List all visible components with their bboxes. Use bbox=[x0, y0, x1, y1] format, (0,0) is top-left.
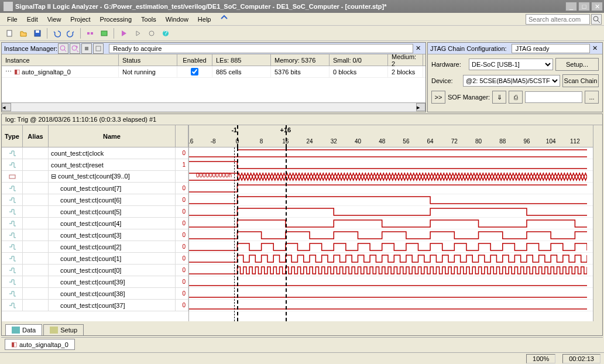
menu-view[interactable]: View bbox=[43, 15, 66, 24]
signal-type-icon bbox=[2, 253, 23, 264]
run-icon[interactable] bbox=[117, 27, 130, 40]
wave-trace bbox=[189, 206, 593, 218]
hardware-select[interactable]: DE-SoC [USB-1] bbox=[469, 59, 553, 70]
signal-row[interactable]: count_test:ct|count[5]0 bbox=[2, 206, 188, 218]
signal-row[interactable]: count_test:ct|reset1 bbox=[2, 159, 188, 171]
signal-name: count_test:ct|count[5] bbox=[49, 206, 176, 217]
signal-name: count_test:ct|count[1] bbox=[49, 253, 176, 264]
col-alias[interactable]: Alias bbox=[23, 125, 49, 147]
sof-more-button[interactable]: >> bbox=[431, 91, 445, 104]
device-select[interactable]: @2: 5CSE(BA5|MA5)/5CSTF bbox=[463, 75, 560, 87]
signal-alias bbox=[23, 171, 49, 182]
wave-chart[interactable]: 0000000000h bbox=[189, 147, 593, 321]
jtag-panel: JTAG Chain Configuration: JTAG ready ✕ H… bbox=[427, 42, 603, 112]
signal-row[interactable]: count_test:ct|count[2]0 bbox=[2, 241, 188, 253]
sof-label: SOF Manager: bbox=[448, 94, 490, 101]
signal-value: 0 bbox=[176, 194, 188, 205]
col-medium[interactable]: Medium: 2 bbox=[388, 54, 423, 66]
tab-setup[interactable]: Setup bbox=[43, 324, 84, 335]
new-file-icon[interactable] bbox=[3, 27, 16, 40]
signal-row[interactable]: count_test:ct|count[1]0 bbox=[2, 253, 188, 265]
help-icon[interactable]: ? bbox=[159, 27, 172, 40]
signal-row[interactable]: count_test:ct|count[38]0 bbox=[2, 288, 188, 300]
col-name[interactable]: Name bbox=[49, 125, 176, 147]
signal-name: count_test:ct|count[4] bbox=[49, 218, 176, 229]
compile-icon[interactable] bbox=[84, 27, 97, 40]
signal-row[interactable]: count_test:ct|clock0 bbox=[2, 147, 188, 159]
signal-row[interactable]: count_test:ct|count[4]0 bbox=[2, 218, 188, 229]
col-enabled[interactable]: Enabled bbox=[177, 54, 212, 66]
menu-edit[interactable]: Edit bbox=[22, 15, 43, 24]
col-memory[interactable]: Memory: 5376 bbox=[271, 54, 330, 66]
svg-rect-16 bbox=[9, 175, 15, 178]
waveform-panel: log: Trig @ 2018/03/26 11:10:16 (0:0:3.3… bbox=[1, 114, 603, 336]
signal-row[interactable]: count_test:ct|count[3]0 bbox=[2, 229, 188, 241]
scan-chain-button[interactable]: Scan Chain bbox=[562, 74, 599, 87]
signal-row[interactable]: ⊟ count_test:ct|count[39..0] bbox=[2, 171, 188, 183]
search-icon[interactable] bbox=[591, 14, 602, 25]
signal-value: 0 bbox=[176, 288, 188, 299]
sof-attach-icon[interactable]: ⎙ bbox=[509, 91, 523, 104]
status-zoom: 100% bbox=[526, 354, 555, 363]
col-instance[interactable]: Instance bbox=[2, 54, 119, 66]
instance-enabled-checkbox[interactable] bbox=[191, 68, 198, 75]
svg-text:?: ? bbox=[164, 29, 167, 36]
minimize-button[interactable]: _ bbox=[565, 2, 577, 11]
redo-icon[interactable] bbox=[64, 27, 77, 40]
wave-trace bbox=[189, 288, 593, 300]
menu-help[interactable]: Help bbox=[193, 15, 216, 24]
im-loop-icon[interactable] bbox=[70, 43, 80, 54]
signal-row[interactable]: count_test:ct|count[7]0 bbox=[2, 183, 188, 194]
signal-type-icon bbox=[2, 147, 23, 159]
signal-value: 0 bbox=[176, 183, 188, 194]
sof-file-field[interactable] bbox=[525, 91, 582, 103]
wave-trace: 0000000000h bbox=[189, 171, 593, 183]
signal-row[interactable]: count_test:ct|count[0]0 bbox=[2, 265, 188, 276]
stop-icon2[interactable] bbox=[131, 27, 144, 40]
analyze-icon[interactable] bbox=[98, 27, 111, 40]
sof-browse-button[interactable]: ... bbox=[585, 91, 599, 104]
wave-vscroll[interactable] bbox=[593, 125, 602, 321]
instance-row[interactable]: ⋯◧ auto_signaltap_0 Not running 885 cell… bbox=[2, 66, 425, 78]
col-small[interactable]: Small: 0/0 bbox=[330, 54, 388, 66]
jtag-label: JTAG Chain Configuration: bbox=[430, 45, 507, 52]
signal-value: 0 bbox=[176, 229, 188, 241]
instance-hscroll[interactable]: ◂▸ bbox=[2, 102, 425, 112]
signal-value: 0 bbox=[176, 147, 188, 159]
save-icon[interactable] bbox=[31, 27, 44, 40]
undo-icon[interactable] bbox=[50, 27, 63, 40]
search-input[interactable] bbox=[526, 14, 590, 25]
jtag-close-icon[interactable]: ✕ bbox=[590, 44, 600, 52]
signal-row[interactable]: count_test:ct|count[37]0 bbox=[2, 300, 188, 311]
menu-file[interactable]: File bbox=[2, 15, 22, 24]
open-file-icon[interactable] bbox=[17, 27, 30, 40]
im-stop-icon[interactable] bbox=[81, 43, 92, 54]
menu-window[interactable]: Window bbox=[161, 15, 193, 24]
signal-row[interactable]: count_test:ct|count[6]0 bbox=[2, 194, 188, 206]
signal-alias bbox=[23, 206, 49, 217]
signal-row[interactable]: count_test:ct|count[39]0 bbox=[2, 276, 188, 288]
wave-ruler[interactable]: -1+16-16-8081624324048566472808896104112 bbox=[189, 125, 593, 147]
col-type[interactable]: Type bbox=[2, 125, 23, 147]
settings-icon[interactable] bbox=[145, 27, 158, 40]
maximize-button[interactable]: □ bbox=[578, 2, 590, 11]
menu-project[interactable]: Project bbox=[66, 15, 95, 24]
status-time: 00:02:13 bbox=[562, 354, 600, 363]
im-read-icon[interactable] bbox=[93, 43, 104, 54]
col-val bbox=[176, 125, 188, 147]
menu-processing[interactable]: Processing bbox=[95, 15, 136, 24]
im-run-icon[interactable] bbox=[58, 43, 68, 54]
statusbar: 100% 00:02:13 bbox=[0, 352, 604, 364]
menu-link-icon[interactable] bbox=[215, 13, 233, 25]
col-les[interactable]: LEs: 885 bbox=[212, 54, 271, 66]
doc-tab[interactable]: ◧ auto_signaltap_0 bbox=[5, 339, 75, 350]
col-status[interactable]: Status bbox=[119, 54, 177, 66]
setup-button[interactable]: Setup... bbox=[555, 58, 599, 71]
signal-type-icon bbox=[2, 241, 23, 252]
sof-download-icon[interactable]: ⇓ bbox=[492, 91, 506, 104]
signal-name: count_test:ct|count[7] bbox=[49, 183, 176, 194]
close-button[interactable]: ✕ bbox=[591, 2, 603, 11]
menu-tools[interactable]: Tools bbox=[136, 15, 161, 24]
im-close-icon[interactable]: ✕ bbox=[413, 44, 423, 52]
tab-data[interactable]: Data bbox=[5, 324, 42, 335]
